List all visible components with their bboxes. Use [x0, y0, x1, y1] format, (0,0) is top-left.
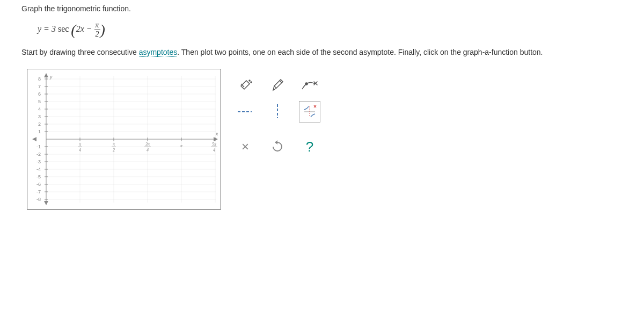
graph-svg[interactable]: 8 7 6 5 4 3 2 1 -1 -2 -3 -4 -5 -6 -7 -8: [30, 72, 218, 206]
pencil-tool[interactable]: [267, 74, 288, 96]
instructions: Start by drawing three consecutive asymp…: [21, 47, 623, 58]
ytick-n8: -8: [36, 197, 41, 202]
svg-point-53: [251, 82, 252, 83]
ytick-6: 6: [38, 91, 41, 97]
xtick-1-num: π: [79, 142, 82, 147]
eq-den: 2: [94, 30, 100, 39]
ytick-n5: -5: [36, 174, 41, 179]
svg-marker-26: [32, 137, 36, 141]
toolbox: × ?: [235, 74, 320, 210]
hdash-tool[interactable]: [235, 101, 256, 123]
asymptote-graph-tool[interactable]: [299, 101, 320, 123]
xtick-2-den: 2: [113, 148, 115, 153]
ytick-3: 3: [38, 114, 41, 119]
svg-marker-24: [44, 201, 48, 205]
ytick-n4: -4: [36, 167, 41, 172]
help-button[interactable]: ?: [299, 136, 320, 157]
svg-marker-61: [275, 140, 277, 145]
ytick-8: 8: [38, 76, 41, 82]
xtick-5-num: 5π: [212, 142, 217, 147]
vdash-tool[interactable]: [267, 101, 288, 123]
delete-button[interactable]: ×: [235, 136, 256, 157]
help-icon: ?: [306, 139, 313, 155]
xtick-2-num: π: [113, 142, 115, 147]
xtick-1-den: 4: [79, 148, 81, 153]
svg-point-54: [305, 83, 308, 85]
xtick-4: π: [180, 143, 183, 148]
svg-marker-25: [214, 137, 218, 141]
eq-prefix: y = 3: [38, 24, 58, 33]
xtick-3-den: 4: [147, 148, 149, 153]
eq-num: π: [94, 21, 100, 30]
xtick-3-num: 3π: [145, 142, 150, 147]
curve-tool[interactable]: [299, 74, 320, 96]
asymptotes-link[interactable]: asymptotes: [139, 48, 178, 57]
eq-inner: 2x −: [76, 24, 94, 33]
eq-func: sec: [58, 24, 69, 33]
ytick-n7: -7: [36, 189, 41, 194]
equation: y = 3 sec (2x − π2): [38, 21, 623, 39]
page-title: Graph the trigonometric function.: [21, 4, 131, 13]
svg-marker-23: [44, 73, 48, 77]
ytick-4: 4: [38, 106, 41, 112]
ytick-n1: -1: [36, 144, 41, 149]
ytick-2: 2: [38, 121, 41, 127]
y-axis-label: y: [49, 74, 53, 80]
graph-area[interactable]: 8 7 6 5 4 3 2 1 -1 -2 -3 -4 -5 -6 -7 -8: [27, 69, 221, 210]
undo-button[interactable]: [267, 136, 288, 157]
delete-icon: ×: [241, 139, 249, 154]
svg-point-52: [249, 80, 250, 81]
ytick-7: 7: [38, 84, 41, 89]
instr-part1: Start by drawing three consecutive: [21, 48, 139, 56]
ytick-n3: -3: [36, 159, 41, 164]
instr-part2: . Then plot two points, one on each side…: [177, 48, 543, 56]
eraser-tool[interactable]: [235, 74, 256, 96]
ytick-n6: -6: [36, 182, 41, 187]
ytick-n2: -2: [36, 152, 41, 157]
x-axis-label: x: [215, 131, 218, 136]
ytick-1: 1: [38, 129, 41, 134]
xtick-5-den: 4: [213, 148, 215, 153]
ytick-5: 5: [38, 99, 41, 104]
